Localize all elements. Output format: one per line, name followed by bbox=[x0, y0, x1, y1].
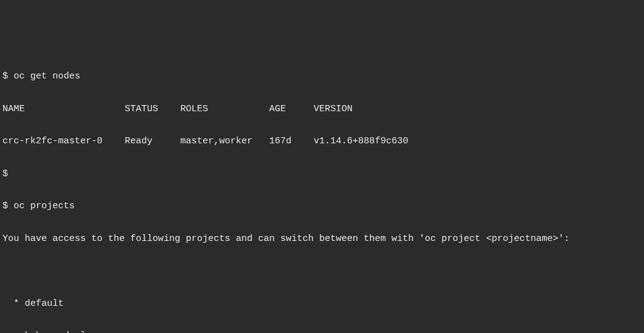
cell-version: v1.14.6+888f9c630 bbox=[314, 136, 408, 146]
cmd-line-get-nodes[interactable]: $ oc get nodes bbox=[2, 69, 642, 85]
col-age: AGE bbox=[269, 104, 314, 114]
col-version: VERSION bbox=[314, 104, 353, 114]
col-status: STATUS bbox=[125, 104, 180, 114]
cmd-line-projects[interactable]: $ oc projects bbox=[2, 198, 642, 214]
col-name: NAME bbox=[2, 104, 125, 114]
cell-age: 167d bbox=[269, 136, 314, 146]
project-name: default bbox=[25, 298, 64, 309]
col-roles: ROLES bbox=[180, 104, 269, 114]
nodes-data-row: crc-rk2fc-master-0 Ready master,worker 1… bbox=[2, 133, 642, 150]
nodes-header-row: NAME STATUS ROLES AGE VERSION bbox=[2, 101, 642, 117]
cell-roles: master,worker bbox=[180, 136, 269, 146]
project-name: kube-node-lease bbox=[25, 331, 108, 333]
command-text: oc projects bbox=[14, 201, 75, 211]
cell-name: crc-rk2fc-master-0 bbox=[2, 136, 125, 146]
projects-intro-line: You have access to the following project… bbox=[2, 231, 642, 247]
current-marker: * bbox=[14, 298, 19, 309]
cell-status: Ready bbox=[125, 136, 180, 146]
command-text: oc get nodes bbox=[14, 71, 80, 82]
empty-prompt-line[interactable]: $ bbox=[2, 166, 642, 182]
prompt-symbol: $ bbox=[2, 169, 8, 179]
project-item-current: * default bbox=[2, 296, 642, 312]
prompt-symbol: $ bbox=[2, 201, 8, 211]
project-item: kube-node-lease bbox=[2, 328, 642, 333]
blank-line bbox=[2, 263, 642, 279]
prompt-symbol: $ bbox=[2, 71, 8, 82]
